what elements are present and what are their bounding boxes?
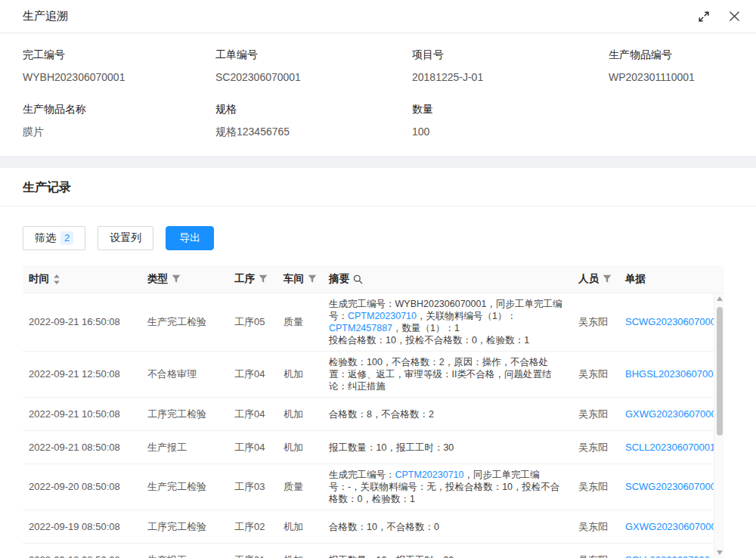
- summary-link[interactable]: CPTM2457887: [329, 323, 392, 333]
- column-header-workshop[interactable]: 车间: [277, 272, 323, 286]
- filter-icon[interactable]: [308, 274, 317, 284]
- cell-summary: 报工数量：10，报工工时：30: [323, 550, 572, 558]
- cell-time: 2022-09-21 12:50:08: [23, 364, 141, 385]
- cell-document: SCLL20230607000: [619, 550, 714, 558]
- info-field: 工单编号SC202306070001: [215, 48, 412, 83]
- table-row: 2022-09-18 08:50:08生产报工工序01机加报工数量：10，报工工…: [23, 544, 714, 558]
- column-header-person[interactable]: 人员: [572, 272, 619, 286]
- cell-person: 吴东阳: [572, 364, 619, 385]
- vertical-scrollbar[interactable]: [714, 293, 724, 558]
- info-field: 规格规格123456765: [215, 103, 412, 139]
- summary-link[interactable]: CPTM20230710: [395, 470, 464, 480]
- column-label: 单据: [625, 272, 646, 286]
- document-link[interactable]: BHGSL2023060700: [625, 368, 713, 380]
- cell-person: 吴东阳: [572, 404, 619, 425]
- cell-workshop: 质量: [277, 312, 323, 333]
- column-header-process[interactable]: 工序: [228, 272, 277, 286]
- info-field-label: 项目号: [412, 48, 609, 62]
- scroll-down-arrow-icon[interactable]: [717, 550, 723, 555]
- filter-button-label: 筛选: [35, 231, 56, 245]
- records-toolbar: 筛选 2 设置列 导出: [0, 206, 756, 250]
- column-header-type[interactable]: 类型: [141, 272, 228, 286]
- cell-workshop: 质量: [277, 476, 323, 498]
- info-field-label: 数量: [412, 103, 609, 116]
- info-field: 项目号20181225-J-01: [412, 48, 609, 83]
- document-link[interactable]: SCLL20230607000: [625, 554, 710, 558]
- document-link[interactable]: GXWG20230607000: [625, 521, 714, 532]
- filter-count-badge: 2: [60, 231, 73, 245]
- info-field-value: 100: [412, 126, 609, 138]
- records-title: 生产记录: [23, 181, 71, 194]
- document-link[interactable]: GXWG20230607000: [625, 408, 714, 420]
- info-field-value: SC202306070001: [215, 71, 412, 83]
- cell-process: 工序05: [228, 312, 277, 333]
- sort-icon[interactable]: [53, 274, 60, 285]
- close-icon[interactable]: [730, 11, 739, 21]
- production-records-section: 生产记录 筛选 2 设置列 导出 时间类型工序车间摘要人员单据 2022-09-…: [0, 168, 756, 558]
- cell-process: 工序04: [228, 404, 277, 425]
- modal-header: 生产追溯: [0, 0, 756, 33]
- cell-person: 吴东阳: [572, 516, 619, 538]
- summary-text: 检验数：100，不合格数：2，原因：操作，不合格处置：返修、返工，审理等级：II…: [329, 357, 551, 392]
- modal-title: 生产追溯: [23, 9, 678, 23]
- section-divider: [0, 156, 756, 168]
- summary-link[interactable]: CPTM20230710: [348, 311, 417, 321]
- info-field: 生产物品名称膜片: [23, 103, 215, 139]
- scrollbar-thumb[interactable]: [717, 307, 723, 436]
- table-row: 2022-09-21 10:50:08工序完工检验工序04机加合格数：8，不合格…: [23, 398, 714, 431]
- cell-type: 生产完工检验: [141, 312, 228, 333]
- info-field: 完工编号WYBH202306070001: [23, 48, 215, 83]
- filter-icon[interactable]: [172, 274, 181, 284]
- cell-document: SCWG20230607000: [619, 312, 714, 333]
- column-label: 摘要: [329, 272, 349, 286]
- cell-person: 吴东阳: [572, 550, 619, 558]
- cell-process: 工序04: [228, 437, 277, 458]
- table-header-row: 时间类型工序车间摘要人员单据: [23, 265, 724, 293]
- cell-person: 吴东阳: [572, 476, 619, 498]
- fullscreen-icon[interactable]: [698, 11, 710, 23]
- cell-workshop: 机加: [277, 516, 323, 538]
- cell-summary: 生成完工编号：CPTM20230710，同步工单完工编号：-，关联物料编号：无，…: [323, 464, 572, 510]
- cell-summary: 检验数：100，不合格数：2，原因：操作，不合格处置：返修、返工，审理等级：II…: [323, 352, 572, 397]
- table-body-wrap: 2022-09-21 16:50:08生产完工检验工序05质量生成完工编号：WY…: [23, 293, 724, 558]
- document-link[interactable]: SCLL202306070001: [625, 442, 714, 453]
- cell-time: 2022-09-21 08:50:08: [23, 437, 141, 458]
- cell-type: 工序完工检验: [141, 404, 228, 425]
- document-link[interactable]: SCWG20230607000: [625, 481, 714, 492]
- cell-time: 2022-09-21 10:50:08: [23, 404, 141, 425]
- cell-document: GXWG20230607000: [619, 516, 714, 538]
- cell-workshop: 机加: [277, 364, 323, 385]
- document-link[interactable]: SCWG20230607000: [625, 316, 714, 327]
- cell-document: SCLL202306070001: [619, 437, 714, 458]
- filter-icon[interactable]: [603, 274, 612, 284]
- column-settings-button[interactable]: 设置列: [98, 226, 153, 250]
- column-header-doc: 单据: [619, 272, 724, 286]
- records-table: 时间类型工序车间摘要人员单据 2022-09-21 16:50:08生产完工检验…: [23, 265, 724, 558]
- cell-type: 不合格审理: [141, 364, 228, 385]
- cell-type: 工序完工检验: [141, 516, 228, 538]
- info-field-value: 规格123456765: [215, 126, 412, 139]
- cell-type: 生产报工: [141, 550, 228, 558]
- filter-icon[interactable]: [259, 274, 268, 284]
- table-row: 2022-09-21 16:50:08生产完工检验工序05质量生成完工编号：WY…: [23, 293, 714, 352]
- cell-workshop: 机加: [277, 437, 323, 458]
- table-row: 2022-09-21 12:50:08不合格审理工序04机加检验数：100，不合…: [23, 352, 714, 398]
- table-row: 2022-09-19 08:50:08工序完工检验工序02机加合格数：10，不合…: [23, 510, 714, 544]
- filter-button[interactable]: 筛选 2: [23, 226, 85, 250]
- column-label: 类型: [147, 272, 168, 286]
- cell-workshop: 机加: [277, 404, 323, 425]
- info-field: 数量100: [412, 103, 609, 139]
- cell-person: 吴东阳: [572, 312, 619, 333]
- search-icon[interactable]: [353, 274, 363, 284]
- summary-text: 合格数：8，不合格数：2: [329, 409, 434, 420]
- column-header-time[interactable]: 时间: [23, 272, 141, 286]
- order-info-grid: 完工编号WYBH202306070001工单编号SC202306070001项目…: [23, 48, 733, 139]
- export-button[interactable]: 导出: [166, 226, 214, 250]
- info-field-label: 完工编号: [23, 48, 215, 62]
- info-field-label: 规格: [215, 103, 412, 116]
- summary-text: 报工数量：10，报工工时：30: [329, 555, 454, 558]
- cell-time: 2022-09-21 16:50:08: [23, 312, 141, 333]
- column-header-summary[interactable]: 摘要: [323, 272, 572, 286]
- cell-process: 工序03: [228, 476, 277, 498]
- scroll-up-arrow-icon[interactable]: [717, 296, 723, 301]
